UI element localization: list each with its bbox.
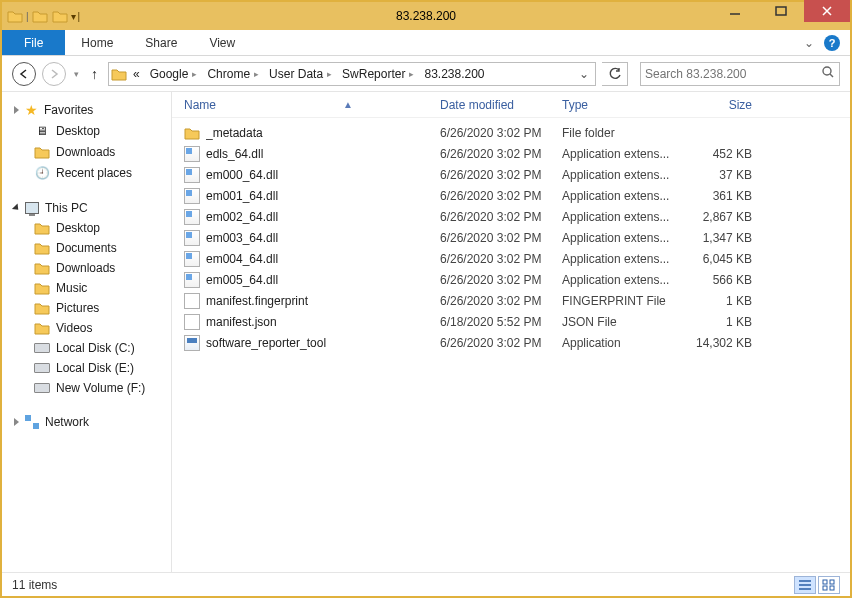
nav-item-pictures[interactable]: Pictures: [12, 298, 171, 318]
nav-back-button[interactable]: [12, 62, 36, 86]
file-size: 1 KB: [682, 294, 762, 308]
nav-item-downloads[interactable]: Downloads: [12, 258, 171, 278]
svg-rect-3: [830, 580, 834, 584]
file-size: 566 KB: [682, 273, 762, 287]
nav-item-videos[interactable]: Videos: [12, 318, 171, 338]
column-header-date[interactable]: Date modified: [440, 98, 562, 112]
folder-icon[interactable]: [51, 7, 69, 25]
tab-share[interactable]: Share: [129, 30, 193, 55]
column-label: Name: [184, 98, 216, 112]
file-size: 2,867 KB: [682, 210, 762, 224]
breadcrumb-item[interactable]: Chrome▸: [203, 67, 263, 81]
nav-item-music[interactable]: Music: [12, 278, 171, 298]
file-name: em005_64.dll: [206, 273, 278, 287]
search-input[interactable]: [645, 67, 821, 81]
nav-item-drive-e[interactable]: Local Disk (E:): [12, 358, 171, 378]
ribbon-collapse-icon[interactable]: ⌄: [804, 36, 814, 50]
search-icon[interactable]: [821, 65, 835, 82]
file-row[interactable]: em000_64.dll6/26/2020 3:02 PMApplication…: [172, 164, 850, 185]
nav-item-label: Desktop: [56, 124, 100, 138]
status-bar: 11 items: [2, 572, 850, 596]
folder-icon: [34, 301, 50, 315]
file-row[interactable]: manifest.json6/18/2020 5:52 PMJSON File1…: [172, 311, 850, 332]
column-header-name[interactable]: Name ▲: [184, 98, 440, 112]
quick-access-toolbar: | ▾ |: [2, 7, 80, 25]
thispc-group[interactable]: This PC: [12, 198, 171, 218]
details-view-button[interactable]: [794, 576, 816, 594]
file-name: _metadata: [206, 126, 263, 140]
network-group[interactable]: Network: [12, 412, 171, 432]
search-box[interactable]: [640, 62, 840, 86]
file-rows[interactable]: _metadata6/26/2020 3:02 PMFile folderedl…: [172, 118, 850, 572]
sort-asc-icon: ▲: [343, 99, 353, 110]
refresh-button[interactable]: [602, 62, 628, 86]
minimize-button[interactable]: [712, 0, 758, 22]
nav-item-label: Pictures: [56, 301, 99, 315]
file-row[interactable]: _metadata6/26/2020 3:02 PMFile folder: [172, 122, 850, 143]
file-row[interactable]: em002_64.dll6/26/2020 3:02 PMApplication…: [172, 206, 850, 227]
file-row[interactable]: em005_64.dll6/26/2020 3:02 PMApplication…: [172, 269, 850, 290]
nav-item-label: New Volume (F:): [56, 381, 145, 395]
nav-item-drive-f[interactable]: New Volume (F:): [12, 378, 171, 398]
column-header-type[interactable]: Type: [562, 98, 682, 112]
tab-view[interactable]: View: [193, 30, 251, 55]
nav-up-button[interactable]: ↑: [87, 66, 102, 82]
nav-item-desktop[interactable]: 🖥Desktop: [12, 120, 171, 142]
favorites-group[interactable]: ★ Favorites: [12, 100, 171, 120]
expand-icon[interactable]: [14, 106, 19, 114]
favorites-label: Favorites: [44, 103, 93, 117]
breadcrumb-item[interactable]: Google▸: [146, 67, 202, 81]
svg-rect-0: [776, 7, 786, 15]
tab-home[interactable]: Home: [65, 30, 129, 55]
folder-icon: [184, 125, 200, 141]
file-row[interactable]: em003_64.dll6/26/2020 3:02 PMApplication…: [172, 227, 850, 248]
file-type: Application extens...: [562, 273, 682, 287]
qat-sep-icon: |: [78, 11, 81, 22]
nav-item-downloads[interactable]: Downloads: [12, 142, 171, 162]
folder-icon: [34, 241, 50, 255]
breadcrumb-label: 83.238.200: [424, 67, 484, 81]
folder-icon[interactable]: [31, 7, 49, 25]
expand-icon[interactable]: [14, 418, 19, 426]
breadcrumb-item[interactable]: SwReporter▸: [338, 67, 418, 81]
network-icon: [25, 415, 39, 429]
nav-item-recent[interactable]: 🕘Recent places: [12, 162, 171, 184]
navigation-pane[interactable]: ★ Favorites 🖥Desktop Downloads 🕘Recent p…: [2, 92, 172, 572]
file-date: 6/26/2020 3:02 PM: [440, 336, 562, 350]
close-button[interactable]: [804, 0, 850, 22]
drive-icon: [34, 383, 50, 393]
icons-view-button[interactable]: [818, 576, 840, 594]
nav-item-label: Downloads: [56, 261, 115, 275]
nav-history-dropdown-icon[interactable]: ▾: [72, 69, 81, 79]
breadcrumb-item[interactable]: 83.238.200: [420, 67, 488, 81]
breadcrumb-label: SwReporter: [342, 67, 405, 81]
svg-rect-5: [830, 586, 834, 590]
column-header-size[interactable]: Size: [682, 98, 762, 112]
nav-item-desktop[interactable]: Desktop: [12, 218, 171, 238]
nav-forward-button[interactable]: [42, 62, 66, 86]
file-row[interactable]: em001_64.dll6/26/2020 3:02 PMApplication…: [172, 185, 850, 206]
drive-icon: [34, 343, 50, 353]
address-dropdown-icon[interactable]: ⌄: [579, 67, 593, 81]
nav-item-label: Music: [56, 281, 87, 295]
nav-item-drive-c[interactable]: Local Disk (C:): [12, 338, 171, 358]
breadcrumb-item[interactable]: User Data▸: [265, 67, 336, 81]
tab-file[interactable]: File: [2, 30, 65, 55]
maximize-button[interactable]: [758, 0, 804, 22]
qat-dropdown-icon[interactable]: ▾: [71, 11, 76, 22]
folder-icon: [34, 145, 50, 159]
file-row[interactable]: em004_64.dll6/26/2020 3:02 PMApplication…: [172, 248, 850, 269]
file-row[interactable]: edls_64.dll6/26/2020 3:02 PMApplication …: [172, 143, 850, 164]
file-row[interactable]: software_reporter_tool6/26/2020 3:02 PMA…: [172, 332, 850, 353]
help-icon[interactable]: ?: [824, 35, 840, 51]
collapse-icon[interactable]: [12, 203, 21, 212]
file-name: manifest.json: [206, 315, 277, 329]
nav-item-label: Recent places: [56, 166, 132, 180]
breadcrumb-label: Chrome: [207, 67, 250, 81]
dll-icon: [184, 146, 200, 162]
nav-item-documents[interactable]: Documents: [12, 238, 171, 258]
breadcrumb-overflow[interactable]: «: [129, 67, 144, 81]
breadcrumb[interactable]: « Google▸ Chrome▸ User Data▸ SwReporter▸…: [108, 62, 596, 86]
content-area: ★ Favorites 🖥Desktop Downloads 🕘Recent p…: [2, 92, 850, 572]
file-row[interactable]: manifest.fingerprint6/26/2020 3:02 PMFIN…: [172, 290, 850, 311]
